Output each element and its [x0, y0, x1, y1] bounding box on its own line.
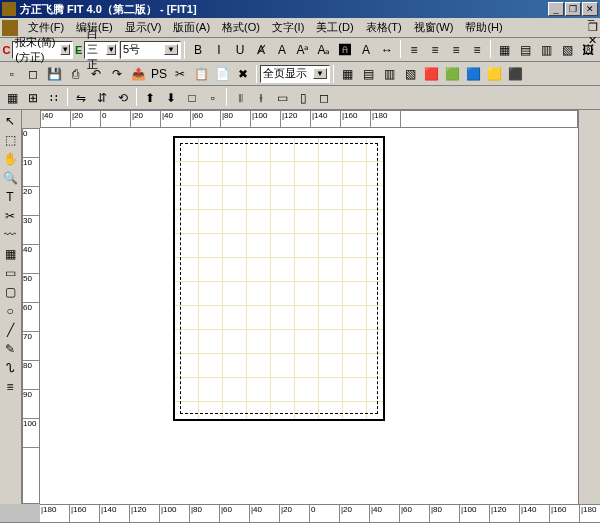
canvas[interactable] — [40, 128, 578, 504]
size-combo[interactable]: 5号▼ — [120, 41, 181, 59]
layer-up[interactable]: ⬆ — [140, 88, 160, 108]
saveall-icon[interactable]: ⎙ — [65, 64, 85, 84]
redo-icon[interactable]: ↷ — [107, 64, 127, 84]
grid1[interactable]: ▦ — [494, 40, 514, 60]
inv-a[interactable]: A — [356, 40, 376, 60]
align2[interactable]: ▯ — [293, 88, 313, 108]
para-tool[interactable]: ≡ — [1, 378, 19, 396]
page-ruler: |180|160|140|120|100|80|60|40|200|20|40|… — [40, 504, 600, 522]
rotate[interactable]: ⟲ — [113, 88, 133, 108]
color1[interactable]: 🟥 — [421, 64, 441, 84]
menu-文字(I)[interactable]: 文字(I) — [266, 18, 310, 37]
guides[interactable]: ∷ — [44, 88, 64, 108]
underline[interactable]: U — [230, 40, 250, 60]
zoom-combo[interactable]: 全页显示▼ — [260, 65, 330, 83]
line-tool[interactable]: ╱ — [1, 321, 19, 339]
free-tool[interactable]: ᔐ — [1, 359, 19, 377]
max-button[interactable]: ❐ — [565, 2, 581, 16]
align-r[interactable]: ≡ — [446, 40, 466, 60]
ps-icon[interactable]: PS — [149, 64, 169, 84]
img[interactable]: 🖼 — [578, 40, 598, 60]
align-j[interactable]: ≡ — [467, 40, 487, 60]
ellipse-tool[interactable]: ○ — [1, 302, 19, 320]
align-l[interactable]: ≡ — [404, 40, 424, 60]
main-toolbar: ▫◻💾⎙↶↷📤PS✂📋📄✖ 全页显示▼ ▦▤▥▧🟥🟩🟦🟨⬛ — [0, 62, 600, 86]
dist-v[interactable]: ⫲ — [251, 88, 271, 108]
bold[interactable]: B — [188, 40, 208, 60]
menu-帮助(H)[interactable]: 帮助(H) — [459, 18, 508, 37]
outline[interactable]: A — [272, 40, 292, 60]
menu-表格(T)[interactable]: 表格(T) — [360, 18, 408, 37]
box-a[interactable]: 🅰 — [335, 40, 355, 60]
flip-v[interactable]: ⇵ — [92, 88, 112, 108]
pen-tool[interactable]: ✎ — [1, 340, 19, 358]
group[interactable]: □ — [182, 88, 202, 108]
menu-显示(V)[interactable]: 显示(V) — [119, 18, 168, 37]
layout-toolbar: ▦⊞∷⇋⇵⟲⬆⬇□▫⫴⫲▭▯◻ — [0, 86, 600, 110]
undo-icon[interactable]: ↶ — [86, 64, 106, 84]
grid-b[interactable]: ▤ — [358, 64, 378, 84]
dist-h[interactable]: ⫴ — [230, 88, 250, 108]
align-c[interactable]: ≡ — [425, 40, 445, 60]
curve-tool[interactable]: 〰 — [1, 226, 19, 244]
align1[interactable]: ▭ — [272, 88, 292, 108]
menu-视窗(W)[interactable]: 视窗(W) — [408, 18, 460, 37]
align3[interactable]: ◻ — [314, 88, 334, 108]
min-button[interactable]: _ — [548, 2, 564, 16]
font1-combo[interactable]: 报宋(简)(方正)▼ — [12, 41, 73, 59]
flip-h[interactable]: ⇋ — [71, 88, 91, 108]
doc-max-button[interactable]: ❐ — [588, 21, 598, 34]
rect-tool[interactable]: ▭ — [1, 264, 19, 282]
grid[interactable]: ▦ — [2, 88, 22, 108]
grid-c[interactable]: ▥ — [379, 64, 399, 84]
export-icon[interactable]: 📤 — [128, 64, 148, 84]
pan-tool[interactable]: ✋ — [1, 150, 19, 168]
sub[interactable]: Aₐ — [314, 40, 334, 60]
window-title: 方正飞腾 FIT 4.0（第二版） - [FIT1] — [20, 2, 548, 17]
h-ruler: |40|200|20|40|60|80|100|120|140|160|180 — [40, 110, 578, 128]
copy-icon[interactable]: 📋 — [191, 64, 211, 84]
grid-d[interactable]: ▧ — [400, 64, 420, 84]
eng-badge: E — [74, 44, 83, 56]
color5[interactable]: ⬛ — [505, 64, 525, 84]
cut-icon[interactable]: ✂ — [170, 64, 190, 84]
crop-tool[interactable]: ✂ — [1, 207, 19, 225]
tool-palette: ↖⬚✋🔍T✂〰▦▭▢○╱✎ᔐ≡ — [0, 110, 22, 504]
color2[interactable]: 🟩 — [442, 64, 462, 84]
app-icon — [2, 2, 16, 16]
spacing[interactable]: ↔ — [377, 40, 397, 60]
font-toolbar: C 报宋(简)(方正)▼ E 白三正▼ 5号▼ BIUȺAAᵃAₐ🅰A↔≡≡≡≡… — [0, 38, 600, 62]
text-tool[interactable]: T — [1, 188, 19, 206]
open-icon[interactable]: ◻ — [23, 64, 43, 84]
doc-min-button[interactable]: _ — [588, 9, 598, 21]
right-gutter — [578, 110, 600, 504]
new-icon[interactable]: ▫ — [2, 64, 22, 84]
delete-icon[interactable]: ✖ — [233, 64, 253, 84]
menu-美工(D)[interactable]: 美工(D) — [310, 18, 359, 37]
select-tool[interactable]: ⬚ — [1, 131, 19, 149]
table-tool[interactable]: ▦ — [1, 245, 19, 263]
menu-格式(O)[interactable]: 格式(O) — [216, 18, 266, 37]
color4[interactable]: 🟨 — [484, 64, 504, 84]
zoom-tool[interactable]: 🔍 — [1, 169, 19, 187]
strike[interactable]: Ⱥ — [251, 40, 271, 60]
pointer-tool[interactable]: ↖ — [1, 112, 19, 130]
page[interactable] — [173, 136, 385, 421]
grid-a[interactable]: ▦ — [337, 64, 357, 84]
paste-icon[interactable]: 📄 — [212, 64, 232, 84]
doc-icon — [2, 20, 18, 36]
font2-combo[interactable]: 白三正▼ — [84, 41, 119, 59]
v-ruler: 0102030405060708090100 — [22, 128, 40, 504]
color3[interactable]: 🟦 — [463, 64, 483, 84]
save-icon[interactable]: 💾 — [44, 64, 64, 84]
super[interactable]: Aᵃ — [293, 40, 313, 60]
grid4[interactable]: ▧ — [557, 40, 577, 60]
layer-dn[interactable]: ⬇ — [161, 88, 181, 108]
grid3[interactable]: ▥ — [536, 40, 556, 60]
italic[interactable]: I — [209, 40, 229, 60]
snap[interactable]: ⊞ — [23, 88, 43, 108]
ungroup[interactable]: ▫ — [203, 88, 223, 108]
roundrect-tool[interactable]: ▢ — [1, 283, 19, 301]
grid2[interactable]: ▤ — [515, 40, 535, 60]
menu-版面(A)[interactable]: 版面(A) — [167, 18, 216, 37]
